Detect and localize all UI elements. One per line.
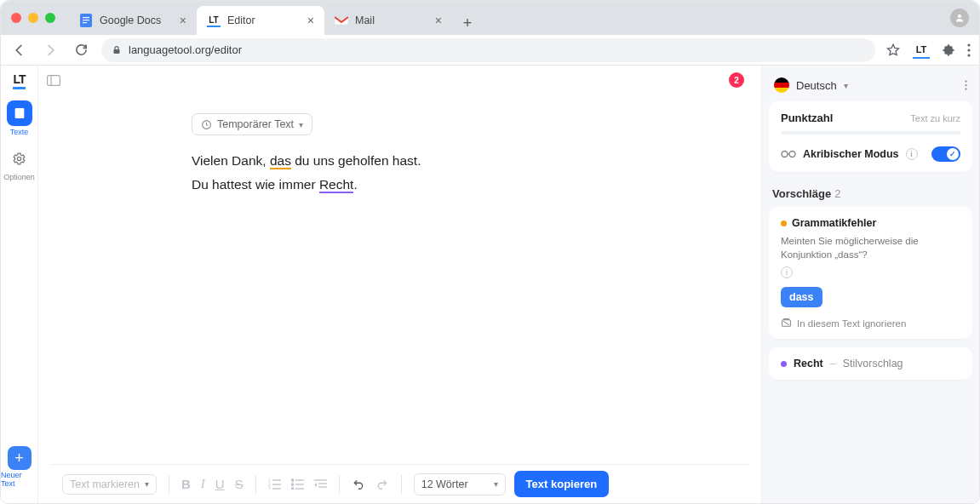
suggestions-panel: Deutsch ▾ Punktzahl Text zu kurz Akribis…: [761, 66, 979, 503]
menu-icon[interactable]: [967, 43, 971, 57]
svg-point-8: [967, 54, 970, 56]
bold-button[interactable]: B: [181, 477, 191, 491]
window-controls: [11, 13, 55, 23]
editor-area: 2 Temporärer Text ▾ Vielen Dank, das du …: [38, 66, 761, 503]
grammar-dot-icon: [781, 220, 787, 226]
style-highlight[interactable]: Recht: [319, 177, 354, 193]
suggestions-title: Vorschläge: [772, 187, 831, 200]
highlight-label: Text markieren: [70, 478, 140, 490]
tab-google-docs[interactable]: Google Docs ×: [69, 6, 197, 35]
panel-menu-icon[interactable]: [965, 79, 967, 91]
reload-button[interactable]: [71, 40, 91, 60]
browser-tab-strip: Google Docs × LT Editor × Mail × +: [1, 1, 979, 35]
texts-button[interactable]: [7, 100, 32, 126]
suggestion-header: Grammatikfehler: [781, 217, 960, 229]
profile-avatar[interactable]: [950, 9, 969, 27]
svg-rect-9: [14, 108, 24, 118]
document-text[interactable]: Vielen Dank, das du uns geholfen hast. D…: [192, 149, 746, 197]
suggestion-card-grammar[interactable]: Grammatikfehler Meinten Sie möglicherwei…: [769, 207, 972, 339]
replacement-chip[interactable]: dass: [781, 287, 822, 307]
app-body: LT Texte Optionen + Neuer Text 2 Temporä…: [1, 66, 979, 503]
url-input[interactable]: languagetool.org/editor: [101, 38, 875, 62]
options-button[interactable]: [7, 146, 32, 171]
close-icon[interactable]: ×: [180, 14, 186, 27]
close-window-button[interactable]: [11, 13, 21, 23]
tab-mail[interactable]: Mail ×: [324, 6, 452, 35]
text-line-1: Vielen Dank, das du uns geholfen hast.: [192, 149, 746, 173]
new-text-label: Neuer Text: [1, 471, 37, 488]
text-line-2: Du hattest wie immer Recht.: [192, 173, 746, 197]
unordered-list-button[interactable]: [291, 478, 304, 490]
suggestions-count: 2: [834, 187, 840, 200]
languagetool-icon: LT: [207, 14, 221, 27]
svg-point-10: [17, 157, 20, 160]
svg-rect-5: [114, 49, 120, 54]
italic-button[interactable]: I: [201, 477, 205, 491]
separator: [255, 475, 256, 494]
svg-rect-1: [83, 17, 89, 18]
tab-editor[interactable]: LT Editor ×: [197, 6, 324, 35]
suggestion-card-style[interactable]: Recht – Stilvorschlag: [769, 347, 972, 380]
editor-body[interactable]: Temporärer Text ▾ Vielen Dank, das du un…: [38, 94, 761, 464]
forward-button[interactable]: [40, 40, 60, 60]
toolbar-right: LT: [885, 42, 971, 59]
svg-point-6: [967, 43, 970, 46]
app-logo[interactable]: LT: [13, 72, 25, 89]
maximize-window-button[interactable]: [45, 13, 55, 23]
svg-point-30: [965, 84, 966, 86]
replacement-text: dass: [789, 291, 814, 303]
underline-button[interactable]: U: [215, 477, 225, 491]
undo-button[interactable]: [352, 478, 365, 490]
separator: [169, 475, 169, 494]
copy-text-button[interactable]: Text kopieren: [514, 471, 610, 497]
score-label: Punktzahl: [781, 112, 833, 124]
lock-icon: [112, 44, 122, 55]
ignore-button[interactable]: In diesem Text ignorieren: [781, 318, 960, 329]
gmail-icon: [335, 14, 348, 27]
word-count-selector[interactable]: 12 Wörter ▾: [414, 473, 506, 495]
ignore-label: In diesem Text ignorieren: [797, 318, 906, 329]
info-icon[interactable]: i: [781, 266, 793, 278]
options-label: Optionen: [3, 173, 35, 181]
close-icon[interactable]: ×: [307, 14, 314, 27]
close-icon[interactable]: ×: [435, 14, 442, 27]
star-icon[interactable]: [885, 43, 901, 58]
new-tab-button[interactable]: +: [456, 11, 479, 35]
suggestion-type: Stilvorschlag: [843, 358, 903, 369]
chevron-down-icon: ▾: [494, 479, 498, 489]
extensions-icon[interactable]: [942, 43, 955, 57]
separator: [339, 475, 340, 494]
outdent-button[interactable]: [314, 478, 327, 490]
highlight-selector[interactable]: Text markieren ▾: [62, 474, 157, 495]
svg-rect-11: [48, 75, 60, 85]
tab-label: Google Docs: [100, 14, 161, 26]
svg-point-4: [958, 14, 961, 18]
picky-mode-toggle[interactable]: [931, 146, 960, 162]
editor-topbar: 2: [38, 66, 761, 94]
ordered-list-button[interactable]: 123: [268, 478, 281, 490]
chevron-down-icon: ▾: [299, 120, 303, 129]
format-group: B I U S: [181, 477, 244, 491]
minimize-window-button[interactable]: [28, 13, 38, 23]
texts-label: Texte: [10, 128, 29, 136]
style-dot-icon: [781, 361, 787, 367]
flag-de-icon: [774, 77, 789, 93]
chip-label: Temporärer Text: [217, 118, 294, 130]
error-count-badge[interactable]: 2: [729, 72, 744, 88]
new-text-button[interactable]: +: [8, 446, 32, 470]
suggestion-description: Meinten Sie möglicherweise die Konjunkti…: [781, 234, 960, 261]
error-count: 2: [734, 76, 739, 85]
document-title-chip[interactable]: Temporärer Text ▾: [192, 113, 312, 135]
sidebar-toggle-icon[interactable]: [47, 75, 60, 86]
svg-point-31: [965, 88, 966, 89]
url-text: languagetool.org/editor: [129, 43, 242, 56]
svg-point-29: [965, 80, 966, 82]
redo-button[interactable]: [375, 478, 389, 490]
back-button[interactable]: [9, 40, 30, 60]
languagetool-extension-icon[interactable]: LT: [913, 42, 930, 59]
strikethrough-button[interactable]: S: [235, 477, 244, 491]
glasses-icon: [781, 150, 796, 158]
grammar-highlight[interactable]: das: [270, 153, 291, 169]
info-icon[interactable]: i: [906, 148, 918, 160]
language-selector[interactable]: Deutsch ▾: [769, 72, 972, 101]
